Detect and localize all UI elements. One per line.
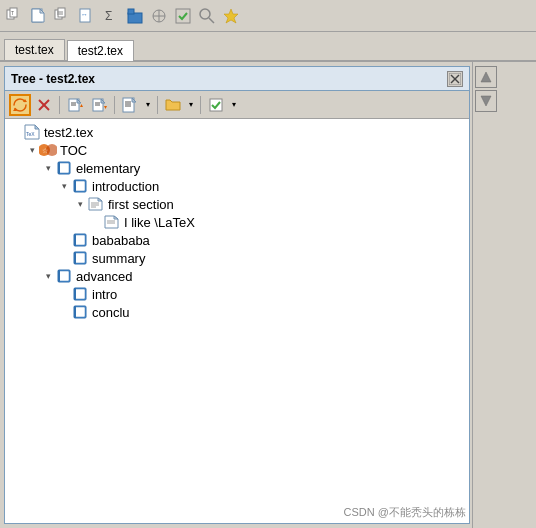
book-icon-intro	[71, 286, 89, 302]
book-icon-conclu	[71, 304, 89, 320]
svg-point-17	[200, 9, 210, 19]
svg-rect-68	[75, 253, 85, 263]
toolbar-icon-6[interactable]	[148, 5, 170, 27]
separator-2	[114, 96, 115, 114]
tree-row-i-like-latex[interactable]: I like \LaTeX	[5, 213, 469, 231]
svg-marker-61	[114, 216, 118, 219]
toolbar-icon-7[interactable]	[172, 5, 194, 27]
tree-settings-button[interactable]	[119, 94, 141, 116]
conclu-label: conclu	[92, 305, 130, 320]
svg-marker-31	[80, 104, 83, 107]
babababa-label: babababa	[92, 233, 150, 248]
svg-marker-80	[481, 96, 491, 106]
tree-settings-arrow[interactable]: ▾	[143, 94, 153, 116]
toolbar-icon-4[interactable]: ↔	[76, 5, 98, 27]
svg-rect-78	[74, 306, 76, 318]
tree-row-root[interactable]: TeX test2.tex	[5, 123, 469, 141]
toolbar-icon-2[interactable]	[28, 5, 50, 27]
i-like-latex-label: I like \LaTeX	[124, 215, 195, 230]
svg-rect-54	[74, 180, 76, 192]
toggle-toc[interactable]: ▾	[25, 143, 39, 157]
book-icon-advanced	[55, 268, 73, 284]
toggle-introduction[interactable]: ▾	[57, 179, 71, 193]
tree-folder-button[interactable]	[162, 94, 184, 116]
summary-label: summary	[92, 251, 145, 266]
introduction-label: introduction	[92, 179, 159, 194]
tree-row-conclu[interactable]: conclu	[5, 303, 469, 321]
svg-rect-74	[75, 289, 85, 299]
elementary-label: elementary	[76, 161, 140, 176]
tex-file-icon: TeX	[23, 124, 41, 140]
tree-close-tree-button[interactable]	[33, 94, 55, 116]
doc-icon-i-like-latex	[103, 214, 121, 230]
doc-icon-first-section	[87, 196, 105, 212]
svg-marker-36	[104, 106, 107, 109]
tree-toolbar: ▾ ▾ ▾	[5, 91, 469, 119]
tab-test-tex[interactable]: test.tex	[4, 39, 65, 60]
toggle-first-section[interactable]: ▾	[73, 197, 87, 211]
main-area: Tree - test2.tex	[0, 62, 536, 528]
tree-content[interactable]: TeX test2.tex ▾ ☆ TOC	[5, 119, 469, 523]
toc-label: TOC	[60, 143, 87, 158]
svg-rect-65	[75, 235, 85, 245]
tree-row-intro[interactable]: intro	[5, 285, 469, 303]
svg-marker-19	[224, 9, 238, 23]
tree-row-toc[interactable]: ▾ ☆ TOC	[5, 141, 469, 159]
intro-label: intro	[92, 287, 117, 302]
toolbar-search-icon[interactable]	[196, 5, 218, 27]
separator-1	[59, 96, 60, 114]
toolbar-icon-1[interactable]: T	[4, 5, 26, 27]
svg-text:TeX: TeX	[26, 131, 35, 137]
svg-rect-50	[59, 163, 69, 173]
sidebar-btn-2[interactable]	[475, 90, 497, 112]
top-toolbar: T ↔ Σ	[0, 0, 536, 32]
tree-folder-arrow[interactable]: ▾	[186, 94, 196, 116]
svg-rect-72	[58, 270, 60, 282]
separator-4	[200, 96, 201, 114]
sidebar-btn-1[interactable]	[475, 66, 497, 88]
tree-sync-button[interactable]	[9, 94, 31, 116]
tree-row-advanced[interactable]: ▾ advanced	[5, 267, 469, 285]
svg-rect-77	[75, 307, 85, 317]
svg-text:T: T	[11, 10, 14, 16]
svg-marker-79	[481, 72, 491, 82]
tree-row-elementary[interactable]: ▾ elementary	[5, 159, 469, 177]
tree-down-button[interactable]	[88, 94, 110, 116]
tree-header-title: Tree - test2.tex	[11, 72, 95, 86]
watermark: CSDN @不能秃头的栋栋	[344, 505, 466, 520]
svg-rect-51	[58, 162, 60, 174]
toc-icon: ☆	[39, 142, 57, 158]
book-icon-babababa	[71, 232, 89, 248]
tree-header: Tree - test2.tex	[5, 67, 469, 91]
svg-marker-56	[98, 198, 102, 201]
toolbar-icon-3[interactable]	[52, 5, 74, 27]
tree-row-introduction[interactable]: ▾ introduction	[5, 177, 469, 195]
tab-test2-tex[interactable]: test2.tex	[67, 40, 134, 61]
tree-check-arrow[interactable]: ▾	[229, 94, 239, 116]
advanced-label: advanced	[76, 269, 132, 284]
tree-close-button[interactable]	[447, 71, 463, 87]
svg-rect-71	[59, 271, 69, 281]
toggle-advanced[interactable]: ▾	[41, 269, 55, 283]
toolbar-icon-star[interactable]	[220, 5, 242, 27]
toolbar-icon-5[interactable]	[124, 5, 146, 27]
tree-row-summary[interactable]: summary	[5, 249, 469, 267]
svg-text:Σ: Σ	[105, 9, 112, 23]
svg-rect-69	[74, 252, 76, 264]
tree-row-first-section[interactable]: ▾ first section	[5, 195, 469, 213]
toolbar-icon-sigma[interactable]: Σ	[100, 5, 122, 27]
book-icon-summary	[71, 250, 89, 266]
svg-rect-75	[74, 288, 76, 300]
toggle-elementary[interactable]: ▾	[41, 161, 55, 175]
separator-3	[157, 96, 158, 114]
svg-line-18	[209, 18, 214, 23]
tree-panel: Tree - test2.tex	[4, 66, 470, 524]
svg-rect-53	[75, 181, 85, 191]
svg-text:↔: ↔	[81, 11, 88, 18]
svg-rect-16	[176, 9, 190, 23]
first-section-label: first section	[108, 197, 174, 212]
tree-row-babababa[interactable]: babababa	[5, 231, 469, 249]
tree-check-button[interactable]	[205, 94, 227, 116]
book-icon-introduction	[71, 178, 89, 194]
tree-up-button[interactable]	[64, 94, 86, 116]
